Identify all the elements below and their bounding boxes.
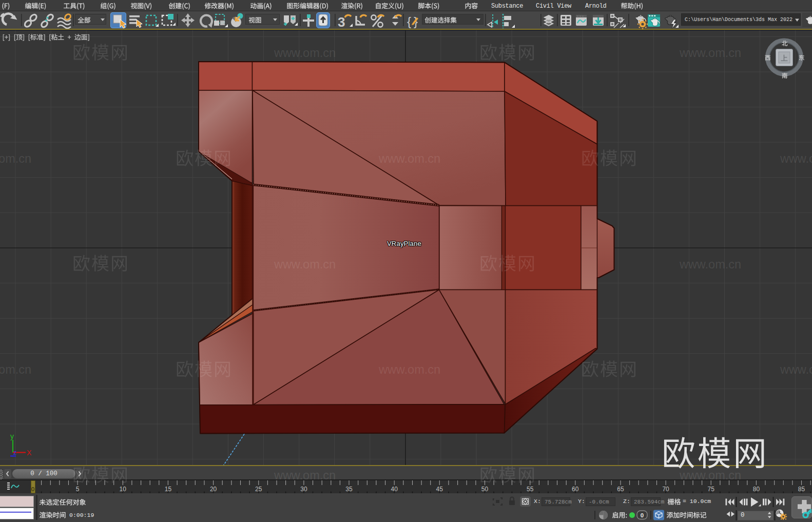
svg-text:www.om.cn: www.om.cn [780,152,812,165]
svg-text:www.om.cn: www.om.cn [274,258,336,271]
svg-text:www.om.cn: www.om.cn [679,469,741,482]
svg-text:www.om.cn: www.om.cn [679,258,741,271]
svg-text:www.om.cn: www.om.cn [378,363,440,376]
svg-text:www.om.cn: www.om.cn [679,46,741,60]
svg-text:www.om.cn: www.om.cn [780,363,812,376]
svg-text:www.om.cn: www.om.cn [0,152,31,165]
svg-text:www.om.cn: www.om.cn [0,363,31,376]
svg-text:www.om.cn: www.om.cn [378,152,440,165]
svg-text:www.om.cn: www.om.cn [274,469,336,482]
svg-text:www.om.cn: www.om.cn [274,46,336,60]
